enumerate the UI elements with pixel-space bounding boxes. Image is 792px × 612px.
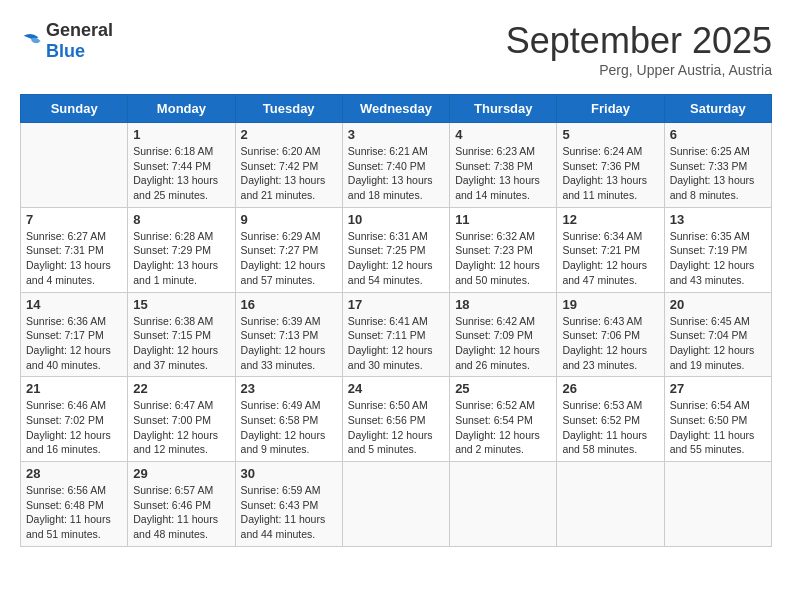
- day-number: 2: [241, 127, 337, 142]
- month-title: September 2025: [506, 20, 772, 62]
- day-info: Sunrise: 6:56 AM Sunset: 6:48 PM Dayligh…: [26, 483, 122, 542]
- day-info: Sunrise: 6:43 AM Sunset: 7:06 PM Dayligh…: [562, 314, 658, 373]
- calendar-week-row: 14Sunrise: 6:36 AM Sunset: 7:17 PM Dayli…: [21, 292, 772, 377]
- calendar-cell: 9Sunrise: 6:29 AM Sunset: 7:27 PM Daylig…: [235, 207, 342, 292]
- calendar-cell: 23Sunrise: 6:49 AM Sunset: 6:58 PM Dayli…: [235, 377, 342, 462]
- day-info: Sunrise: 6:49 AM Sunset: 6:58 PM Dayligh…: [241, 398, 337, 457]
- day-number: 10: [348, 212, 444, 227]
- calendar-cell: 4Sunrise: 6:23 AM Sunset: 7:38 PM Daylig…: [450, 123, 557, 208]
- calendar-cell: 29Sunrise: 6:57 AM Sunset: 6:46 PM Dayli…: [128, 462, 235, 547]
- calendar-cell: [342, 462, 449, 547]
- day-number: 13: [670, 212, 766, 227]
- calendar-cell: [664, 462, 771, 547]
- calendar-cell: [21, 123, 128, 208]
- day-number: 15: [133, 297, 229, 312]
- logo: General Blue: [20, 20, 113, 62]
- day-info: Sunrise: 6:41 AM Sunset: 7:11 PM Dayligh…: [348, 314, 444, 373]
- calendar-cell: 28Sunrise: 6:56 AM Sunset: 6:48 PM Dayli…: [21, 462, 128, 547]
- day-info: Sunrise: 6:57 AM Sunset: 6:46 PM Dayligh…: [133, 483, 229, 542]
- calendar-cell: 14Sunrise: 6:36 AM Sunset: 7:17 PM Dayli…: [21, 292, 128, 377]
- day-info: Sunrise: 6:27 AM Sunset: 7:31 PM Dayligh…: [26, 229, 122, 288]
- day-info: Sunrise: 6:39 AM Sunset: 7:13 PM Dayligh…: [241, 314, 337, 373]
- day-info: Sunrise: 6:54 AM Sunset: 6:50 PM Dayligh…: [670, 398, 766, 457]
- day-info: Sunrise: 6:50 AM Sunset: 6:56 PM Dayligh…: [348, 398, 444, 457]
- day-info: Sunrise: 6:25 AM Sunset: 7:33 PM Dayligh…: [670, 144, 766, 203]
- calendar-cell: 10Sunrise: 6:31 AM Sunset: 7:25 PM Dayli…: [342, 207, 449, 292]
- calendar-cell: 18Sunrise: 6:42 AM Sunset: 7:09 PM Dayli…: [450, 292, 557, 377]
- day-info: Sunrise: 6:52 AM Sunset: 6:54 PM Dayligh…: [455, 398, 551, 457]
- calendar-cell: 5Sunrise: 6:24 AM Sunset: 7:36 PM Daylig…: [557, 123, 664, 208]
- weekday-header: Sunday: [21, 95, 128, 123]
- day-info: Sunrise: 6:32 AM Sunset: 7:23 PM Dayligh…: [455, 229, 551, 288]
- day-number: 23: [241, 381, 337, 396]
- calendar-week-row: 21Sunrise: 6:46 AM Sunset: 7:02 PM Dayli…: [21, 377, 772, 462]
- calendar-week-row: 7Sunrise: 6:27 AM Sunset: 7:31 PM Daylig…: [21, 207, 772, 292]
- day-info: Sunrise: 6:18 AM Sunset: 7:44 PM Dayligh…: [133, 144, 229, 203]
- calendar-cell: 13Sunrise: 6:35 AM Sunset: 7:19 PM Dayli…: [664, 207, 771, 292]
- calendar-cell: 22Sunrise: 6:47 AM Sunset: 7:00 PM Dayli…: [128, 377, 235, 462]
- day-number: 29: [133, 466, 229, 481]
- day-number: 5: [562, 127, 658, 142]
- day-number: 28: [26, 466, 122, 481]
- calendar-cell: 30Sunrise: 6:59 AM Sunset: 6:43 PM Dayli…: [235, 462, 342, 547]
- day-number: 20: [670, 297, 766, 312]
- day-number: 11: [455, 212, 551, 227]
- weekday-header: Saturday: [664, 95, 771, 123]
- page-header: General Blue September 2025 Perg, Upper …: [20, 20, 772, 78]
- day-info: Sunrise: 6:28 AM Sunset: 7:29 PM Dayligh…: [133, 229, 229, 288]
- calendar-cell: 8Sunrise: 6:28 AM Sunset: 7:29 PM Daylig…: [128, 207, 235, 292]
- day-number: 14: [26, 297, 122, 312]
- calendar-cell: 17Sunrise: 6:41 AM Sunset: 7:11 PM Dayli…: [342, 292, 449, 377]
- weekday-header: Thursday: [450, 95, 557, 123]
- calendar-cell: 19Sunrise: 6:43 AM Sunset: 7:06 PM Dayli…: [557, 292, 664, 377]
- calendar-cell: 15Sunrise: 6:38 AM Sunset: 7:15 PM Dayli…: [128, 292, 235, 377]
- day-number: 3: [348, 127, 444, 142]
- calendar-cell: 3Sunrise: 6:21 AM Sunset: 7:40 PM Daylig…: [342, 123, 449, 208]
- weekday-header: Friday: [557, 95, 664, 123]
- day-info: Sunrise: 6:36 AM Sunset: 7:17 PM Dayligh…: [26, 314, 122, 373]
- weekday-header: Tuesday: [235, 95, 342, 123]
- day-number: 8: [133, 212, 229, 227]
- title-section: September 2025 Perg, Upper Austria, Aust…: [506, 20, 772, 78]
- day-number: 19: [562, 297, 658, 312]
- day-number: 9: [241, 212, 337, 227]
- calendar-cell: 6Sunrise: 6:25 AM Sunset: 7:33 PM Daylig…: [664, 123, 771, 208]
- day-number: 7: [26, 212, 122, 227]
- calendar-cell: 11Sunrise: 6:32 AM Sunset: 7:23 PM Dayli…: [450, 207, 557, 292]
- weekday-header: Monday: [128, 95, 235, 123]
- calendar-table: SundayMondayTuesdayWednesdayThursdayFrid…: [20, 94, 772, 547]
- calendar-cell: 24Sunrise: 6:50 AM Sunset: 6:56 PM Dayli…: [342, 377, 449, 462]
- day-info: Sunrise: 6:23 AM Sunset: 7:38 PM Dayligh…: [455, 144, 551, 203]
- day-info: Sunrise: 6:59 AM Sunset: 6:43 PM Dayligh…: [241, 483, 337, 542]
- weekday-header-row: SundayMondayTuesdayWednesdayThursdayFrid…: [21, 95, 772, 123]
- logo-icon: [20, 30, 42, 52]
- day-info: Sunrise: 6:21 AM Sunset: 7:40 PM Dayligh…: [348, 144, 444, 203]
- calendar-week-row: 28Sunrise: 6:56 AM Sunset: 6:48 PM Dayli…: [21, 462, 772, 547]
- day-info: Sunrise: 6:53 AM Sunset: 6:52 PM Dayligh…: [562, 398, 658, 457]
- calendar-cell: 7Sunrise: 6:27 AM Sunset: 7:31 PM Daylig…: [21, 207, 128, 292]
- calendar-cell: [557, 462, 664, 547]
- calendar-cell: 16Sunrise: 6:39 AM Sunset: 7:13 PM Dayli…: [235, 292, 342, 377]
- day-info: Sunrise: 6:34 AM Sunset: 7:21 PM Dayligh…: [562, 229, 658, 288]
- day-number: 24: [348, 381, 444, 396]
- day-number: 25: [455, 381, 551, 396]
- calendar-cell: 21Sunrise: 6:46 AM Sunset: 7:02 PM Dayli…: [21, 377, 128, 462]
- day-number: 26: [562, 381, 658, 396]
- calendar-cell: 25Sunrise: 6:52 AM Sunset: 6:54 PM Dayli…: [450, 377, 557, 462]
- day-number: 21: [26, 381, 122, 396]
- day-info: Sunrise: 6:29 AM Sunset: 7:27 PM Dayligh…: [241, 229, 337, 288]
- day-info: Sunrise: 6:35 AM Sunset: 7:19 PM Dayligh…: [670, 229, 766, 288]
- calendar-cell: 12Sunrise: 6:34 AM Sunset: 7:21 PM Dayli…: [557, 207, 664, 292]
- weekday-header: Wednesday: [342, 95, 449, 123]
- day-info: Sunrise: 6:38 AM Sunset: 7:15 PM Dayligh…: [133, 314, 229, 373]
- day-info: Sunrise: 6:31 AM Sunset: 7:25 PM Dayligh…: [348, 229, 444, 288]
- day-info: Sunrise: 6:45 AM Sunset: 7:04 PM Dayligh…: [670, 314, 766, 373]
- day-number: 6: [670, 127, 766, 142]
- calendar-cell: 2Sunrise: 6:20 AM Sunset: 7:42 PM Daylig…: [235, 123, 342, 208]
- day-number: 30: [241, 466, 337, 481]
- day-number: 16: [241, 297, 337, 312]
- day-number: 22: [133, 381, 229, 396]
- day-info: Sunrise: 6:42 AM Sunset: 7:09 PM Dayligh…: [455, 314, 551, 373]
- logo-text: General Blue: [46, 20, 113, 62]
- calendar-cell: 26Sunrise: 6:53 AM Sunset: 6:52 PM Dayli…: [557, 377, 664, 462]
